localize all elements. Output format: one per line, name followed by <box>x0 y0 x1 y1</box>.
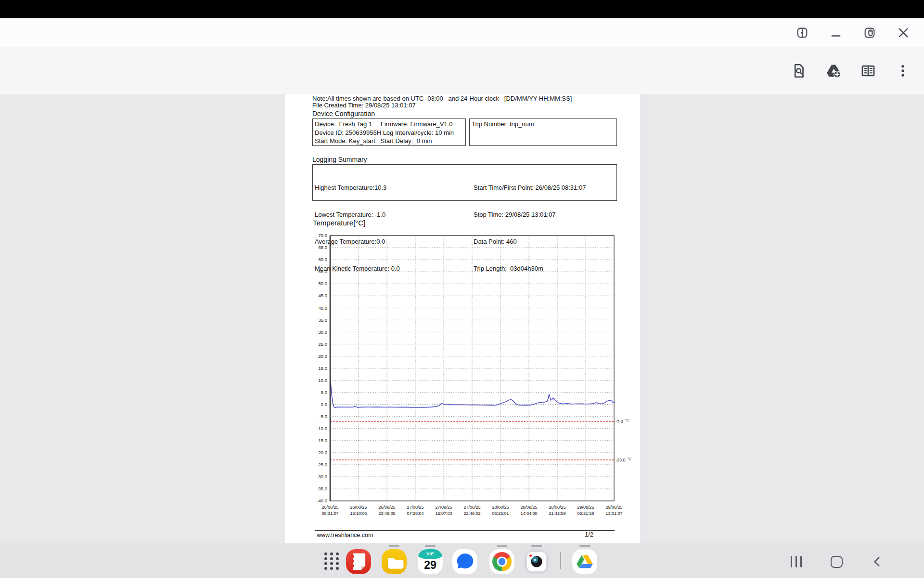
svg-text:27/08/25: 27/08/25 <box>463 505 480 510</box>
svg-text:29/08/25: 29/08/25 <box>577 505 594 510</box>
apps-grid-icon <box>323 552 340 570</box>
summary-row: Highest Temperature:10.3 <box>315 184 400 193</box>
svg-text:14:04:00: 14:04:00 <box>520 511 537 516</box>
app-drawer-button[interactable] <box>323 552 340 570</box>
svg-text:06:25:01: 06:25:01 <box>492 511 509 516</box>
svg-text:-35.0: -35.0 <box>317 486 327 491</box>
svg-text:28/08/25: 28/08/25 <box>492 505 509 510</box>
nav-home-button[interactable] <box>827 552 846 571</box>
more-options-button[interactable] <box>894 62 911 79</box>
device-config-row: Start Mode: Key_start Start Delay: 0 min <box>315 137 463 145</box>
logging-summary-heading: Logging Summary <box>312 156 367 163</box>
minimize-icon <box>829 26 843 39</box>
running-indicator <box>497 545 507 547</box>
file-created-line: File Created Time: 29/08/25 13:01:07 <box>312 102 416 109</box>
svg-text:5.0: 5.0 <box>321 390 327 395</box>
running-indicator <box>425 545 436 547</box>
svg-text:26/08/25: 26/08/25 <box>321 505 338 510</box>
pdf-toolbar: 250639955H.pdf <box>0 47 924 94</box>
svg-text:-15.0: -15.0 <box>317 438 327 443</box>
minimize-button[interactable] <box>829 26 843 40</box>
svg-text:28/08/25: 28/08/25 <box>520 505 537 510</box>
split-view-button[interactable] <box>795 26 809 40</box>
svg-text:40.0: 40.0 <box>319 305 328 311</box>
svg-text:08:31:07: 08:31:07 <box>321 511 338 516</box>
running-indicator <box>579 545 590 547</box>
summary-row: Start Time/First Point: 26/08/25 08:31:0… <box>474 184 586 193</box>
pdf-viewport[interactable]: Note:All times shown are based on UTC -0… <box>0 94 924 543</box>
running-indicator <box>389 545 399 547</box>
page-indicator: 1/2 <box>585 531 593 538</box>
svg-text:10.0: 10.0 <box>319 378 328 383</box>
device-config-row: Device: Fresh Tag 1 Firmware: Firmware_V… <box>315 120 463 129</box>
popup-view-button[interactable] <box>862 26 877 40</box>
app-samsung-notes[interactable] <box>346 549 371 574</box>
svg-text:25.0: 25.0 <box>319 342 328 347</box>
trip-number-row: Trip Number: trip_num <box>472 120 615 129</box>
nav-recents-button[interactable] <box>786 552 806 571</box>
dock-separator <box>560 552 561 569</box>
chat-bubble-icon <box>452 549 477 574</box>
svg-text:30.0: 30.0 <box>319 329 328 335</box>
logging-summary-box: Highest Temperature:10.3 Lowest Temperat… <box>312 164 617 201</box>
add-to-drive-button[interactable] <box>825 62 842 79</box>
window-bar <box>0 18 924 47</box>
svg-text:-40.0: -40.0 <box>317 498 327 503</box>
search-document-icon <box>791 63 807 79</box>
summary-row: Lowest Temperature: -1.0 <box>315 210 400 220</box>
svg-text:22:46:02: 22:46:02 <box>463 511 480 516</box>
page-footer-rule <box>315 530 615 531</box>
svg-text:26/08/25: 26/08/25 <box>350 505 367 510</box>
svg-text:-10.0: -10.0 <box>317 426 327 431</box>
pdf-page: Note:All times shown are based on UTC -0… <box>285 94 640 543</box>
device-configuration-heading: Device Configuration <box>312 110 375 118</box>
svg-text:0.0: 0.0 <box>321 402 327 407</box>
app-chrome[interactable] <box>489 549 514 574</box>
svg-text:23:49:05: 23:49:05 <box>378 511 395 516</box>
svg-text:-7.0°C: -7.0°C <box>616 418 629 424</box>
svg-text:50.0: 50.0 <box>319 281 328 286</box>
device-config-row: Device ID: 250639955H Log Interval/cycle… <box>315 129 463 137</box>
close-window-button[interactable] <box>896 26 911 40</box>
chevron-left-icon <box>871 555 884 568</box>
calendar-day: 29 <box>418 559 443 572</box>
svg-text:65.0: 65.0 <box>319 245 328 250</box>
svg-text:35.0: 35.0 <box>319 317 328 323</box>
summary-row: Stop Time: 29/08/25 13:01:07 <box>474 210 586 220</box>
svg-text:16:10:06: 16:10:06 <box>350 511 367 516</box>
svg-text:26/08/25: 26/08/25 <box>378 505 395 510</box>
find-in-document-button[interactable] <box>790 62 808 79</box>
status-bar <box>0 0 924 18</box>
app-camera[interactable] <box>524 549 549 574</box>
svg-text:05:21:58: 05:21:58 <box>577 511 594 516</box>
app-google-drive[interactable] <box>572 549 597 574</box>
svg-text:07:28:04: 07:28:04 <box>407 511 424 516</box>
more-vert-icon <box>895 63 911 79</box>
svg-text:20.0: 20.0 <box>319 354 328 359</box>
reader-mode-button[interactable] <box>860 62 877 79</box>
popup-view-icon <box>863 26 876 39</box>
svg-text:15.0: 15.0 <box>319 366 328 371</box>
close-icon <box>897 26 910 39</box>
camera-lens <box>531 556 542 567</box>
svg-text:27/08/25: 27/08/25 <box>435 505 452 510</box>
note-line: Note:All times shown are based on UTC -0… <box>312 95 572 102</box>
notes-icon <box>346 549 371 574</box>
svg-text:13:01:07: 13:01:07 <box>605 511 622 516</box>
svg-text:-5.0: -5.0 <box>320 414 327 419</box>
svg-text:45.0: 45.0 <box>319 293 328 298</box>
running-indicator <box>531 545 542 547</box>
nav-back-button[interactable] <box>868 552 887 571</box>
svg-text:29/08/25: 29/08/25 <box>605 505 622 510</box>
footer-url: www.freshliance.com <box>317 532 373 539</box>
svg-text:15:07:03: 15:07:03 <box>435 511 452 516</box>
svg-text:21:42:59: 21:42:59 <box>549 511 565 516</box>
split-view-icon <box>796 26 809 39</box>
app-my-files[interactable] <box>382 549 407 574</box>
svg-text:-30.0: -30.0 <box>317 474 327 479</box>
camera-icon <box>527 552 546 571</box>
chrome-icon <box>492 552 512 571</box>
svg-text:60.0: 60.0 <box>319 257 328 262</box>
app-messages[interactable] <box>452 549 477 574</box>
app-calendar[interactable]: VIE 29 <box>418 549 443 574</box>
